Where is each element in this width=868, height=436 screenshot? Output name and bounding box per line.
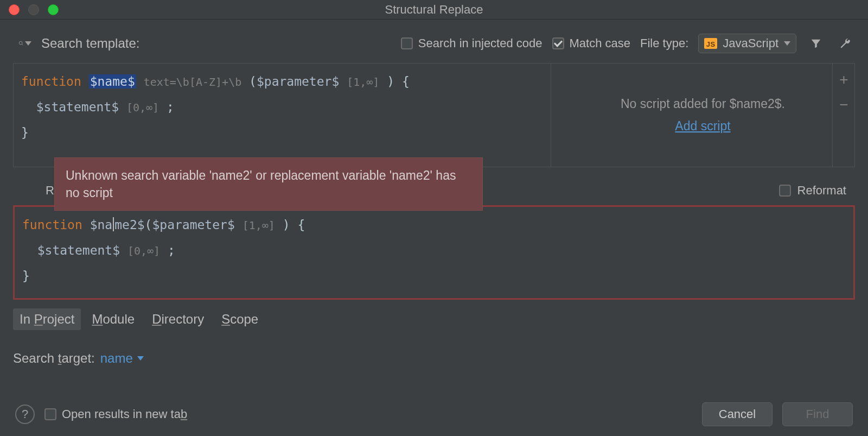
wrench-icon[interactable] — [835, 34, 855, 53]
search-target-dropdown[interactable]: name — [100, 351, 144, 366]
replace-editor-frame: function $name2$($parameter$ [1,∞] ) { $… — [13, 205, 855, 300]
checkbox-label: Match case — [570, 36, 631, 50]
search-pane: function $name$ text=\b[A-Z]+\b ($parame… — [13, 63, 855, 167]
filter-icon[interactable] — [806, 34, 826, 53]
javascript-icon: JS — [704, 38, 717, 49]
search-icon[interactable] — [18, 37, 31, 50]
variable-statement: $statement$ — [37, 243, 120, 257]
add-script-link[interactable]: Add script — [675, 119, 730, 134]
error-tooltip: Unknown search variable 'name2' or repla… — [54, 157, 483, 211]
replace-row: Unknown search variable 'name2' or repla… — [0, 167, 868, 205]
search-template-editor[interactable]: function $name$ text=\b[A-Z]+\b ($parame… — [14, 64, 551, 167]
keyword: function — [21, 74, 81, 89]
scope-tab-scope[interactable]: Scope — [215, 308, 265, 330]
checkbox-label: Search in injected code — [418, 36, 542, 50]
add-icon[interactable]: + — [839, 72, 848, 87]
annotation: text=\b[A-Z]+\b — [144, 75, 242, 89]
search-target-row: Search target: name — [13, 351, 855, 366]
toolbar: Search template: Search in injected code… — [0, 20, 868, 63]
variable-name: $name$ — [89, 74, 136, 89]
checkbox-icon — [552, 37, 564, 49]
search-template-label: Search template: — [41, 36, 139, 51]
remove-icon[interactable]: − — [839, 97, 848, 112]
dialog-buttons: ? Open results in new tab Cancel Find — [0, 395, 868, 436]
annotation: [0,∞] — [126, 101, 159, 114]
scope-tab-module[interactable]: Module — [85, 308, 141, 330]
reformat-checkbox[interactable]: Reformat — [779, 184, 846, 198]
svg-point-0 — [19, 41, 22, 45]
checkbox-icon — [44, 408, 56, 420]
checkbox-label: Reformat — [797, 184, 846, 198]
variable-parameter: $parameter$ — [257, 74, 339, 89]
open-results-checkbox[interactable]: Open results in new tab — [44, 407, 187, 421]
scope-tab-in-project[interactable]: In Project — [13, 308, 81, 330]
chevron-down-icon — [137, 356, 144, 361]
variable-name2: $name2$ — [90, 218, 145, 232]
replace-template-editor[interactable]: function $name2$($parameter$ [1,∞] ) { $… — [15, 207, 853, 298]
checkbox-icon — [779, 185, 791, 197]
titlebar: Structural Replace — [0, 0, 868, 20]
svg-line-1 — [22, 44, 23, 45]
side-tools: + − — [832, 64, 855, 167]
checkbox-icon — [401, 37, 413, 49]
zoom-window-button[interactable] — [48, 4, 59, 15]
checkbox-label: Open results in new tab — [62, 407, 187, 421]
search-target-label: Search target: — [13, 351, 95, 366]
minimize-window-button[interactable] — [28, 4, 39, 15]
file-type-label: File type: — [640, 36, 688, 50]
annotation: [0,∞] — [127, 244, 160, 257]
scope-tabs: In Project Module Directory Scope — [13, 308, 855, 330]
script-panel: No script added for $name2$. Add script … — [551, 64, 854, 167]
file-type-value: JavaScript — [723, 36, 778, 50]
search-target-value: name — [100, 351, 133, 366]
annotation: [1,∞] — [242, 219, 275, 232]
file-type-combobox[interactable]: JS JavaScript — [698, 34, 796, 53]
cancel-button[interactable]: Cancel — [702, 402, 773, 426]
scope-tab-directory[interactable]: Directory — [145, 308, 210, 330]
find-button[interactable]: Find — [782, 402, 853, 426]
variable-parameter: $parameter$ — [152, 218, 234, 232]
close-window-button[interactable] — [9, 4, 20, 15]
help-button[interactable]: ? — [15, 405, 35, 424]
text-caret — [113, 217, 114, 231]
no-script-message: No script added for $name2$. — [621, 97, 785, 111]
annotation: [1,∞] — [347, 75, 379, 89]
match-case-checkbox[interactable]: Match case — [552, 36, 631, 50]
keyword: function — [22, 218, 82, 232]
window-controls — [9, 4, 59, 15]
search-in-injected-checkbox[interactable]: Search in injected code — [401, 36, 542, 50]
chevron-down-icon — [784, 41, 790, 46]
window-title: Structural Replace — [0, 3, 868, 17]
variable-statement: $statement$ — [36, 100, 119, 114]
